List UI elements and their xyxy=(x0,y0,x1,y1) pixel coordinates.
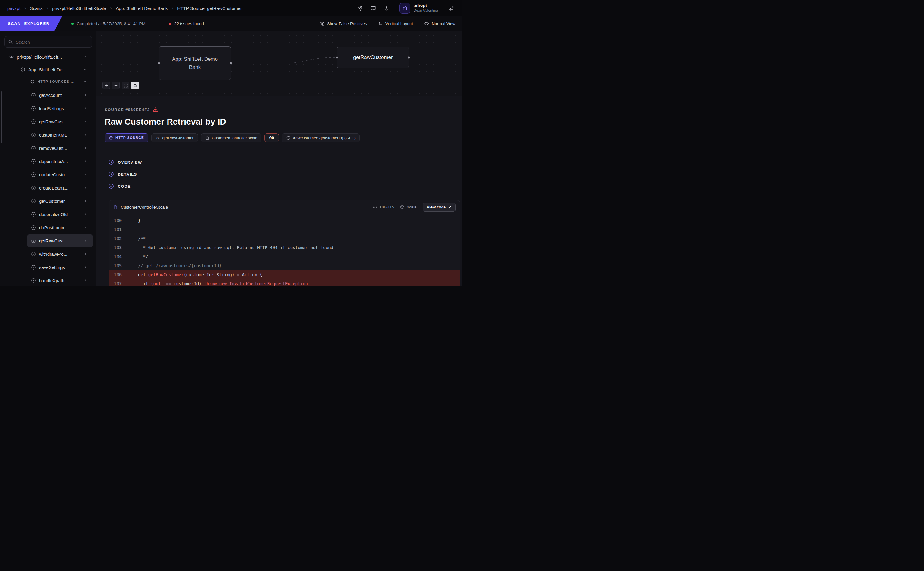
sidebar-item-savesettings[interactable]: saveSettings xyxy=(27,261,93,274)
source-icon xyxy=(31,185,36,190)
success-dot xyxy=(71,23,74,25)
chevron-down-icon xyxy=(83,67,87,72)
breadcrumb-separator: › xyxy=(172,5,174,11)
chevron-right-icon xyxy=(83,133,88,137)
section-details[interactable]: DETAILS xyxy=(109,168,460,180)
breadcrumb-item-privzpt[interactable]: privzpt xyxy=(7,6,20,11)
line-number: 107 xyxy=(109,281,129,286)
sidebar-item-label: getRawCust... xyxy=(39,238,67,243)
chip-90[interactable]: 90 xyxy=(264,133,279,142)
sidebar-scrollbar[interactable] xyxy=(1,91,2,143)
line-range: 106-115 xyxy=(373,205,394,209)
sidebar-item-handlexpath[interactable]: handleXpath xyxy=(27,274,93,286)
graph-node-source[interactable]: getRawCustomer xyxy=(337,46,409,68)
line-number: 104 xyxy=(109,254,129,259)
section-code[interactable]: CODE xyxy=(109,180,460,192)
sidebar-item-createbean1[interactable]: createBean1... xyxy=(27,181,93,194)
breadcrumb-item-app-shiftleft-demo-bank[interactable]: App: ShiftLeft Demo Bank xyxy=(116,6,168,11)
vertical-layout-label: Vertical Layout xyxy=(385,22,413,26)
code-line-100: 100} xyxy=(109,216,460,225)
filter-off-icon xyxy=(319,22,324,26)
source-icon xyxy=(31,133,36,137)
show-false-positives-button[interactable]: Show False Positives xyxy=(319,22,367,26)
line-number: 103 xyxy=(109,245,129,250)
chevron-right-icon xyxy=(83,239,88,243)
chat-icon[interactable] xyxy=(368,3,378,13)
route-icon xyxy=(286,136,291,140)
sidebar-item-depositintoa[interactable]: depositIntoA... xyxy=(27,154,93,168)
sidebar-item-deserializeold[interactable]: deserializeOld xyxy=(27,208,93,221)
sidebar-item-label: getRawCust... xyxy=(39,119,67,124)
chip-getrawcustomer[interactable]: fxgetRawCustomer xyxy=(151,133,198,142)
code-panel: CustomerController.scala 106-115 xyxy=(109,200,460,286)
chevron-right-icon xyxy=(83,106,88,110)
chip-http-source[interactable]: HTTP SOURCE xyxy=(105,133,148,142)
breadcrumb-item-http-source-getrawcustomer[interactable]: HTTP Source: getRawCustomer xyxy=(177,6,242,11)
source-id-row: SOURCE #960EE4F2 xyxy=(105,107,460,112)
sidebar-item-getcustomer[interactable]: getCustomer xyxy=(27,194,93,208)
normal-view-label: Normal View xyxy=(432,22,455,26)
sidebar-item-label: withdrawFro... xyxy=(39,252,67,257)
sidebar-item-loadsettings[interactable]: loadSettings xyxy=(27,102,93,115)
line-content: } xyxy=(129,218,140,223)
target-icon xyxy=(109,136,113,140)
graph-node-app[interactable]: App: ShiftLeft Demo Bank xyxy=(159,46,231,80)
sidebar-group-http-sources[interactable]: HTTP SOURCES ... xyxy=(0,76,96,87)
file-icon xyxy=(113,205,118,209)
scan-bar: SCAN EXPLORER Completed at 5/27/2025, 8:… xyxy=(0,16,462,31)
node-handle[interactable] xyxy=(336,57,338,59)
gear-icon[interactable] xyxy=(381,3,392,13)
breadcrumb-separator: › xyxy=(110,5,112,11)
section-label: CODE xyxy=(118,184,131,188)
zoom-out-button[interactable] xyxy=(112,82,120,90)
chevron-right-circle-icon xyxy=(109,159,114,165)
sidebar-item-updatecusto[interactable]: updateCusto... xyxy=(27,168,93,181)
sidebar-item-getrawcust[interactable]: getRawCust... xyxy=(27,234,93,247)
chevron-right-icon xyxy=(83,252,88,256)
main-content: privzpt/HelloShiftLeft... App: ShiftLeft… xyxy=(0,31,462,286)
privzpt-logo[interactable] xyxy=(399,3,410,14)
code-body: 100}101102/**103 * Get customer using id… xyxy=(109,214,460,286)
sidebar-item-label: getCustomer xyxy=(39,199,65,204)
node-handle[interactable] xyxy=(158,62,160,64)
section-overview[interactable]: OVERVIEW xyxy=(109,156,460,168)
sidebar-item-label: depositIntoA... xyxy=(39,159,68,164)
chip-label: getRawCustomer xyxy=(162,136,194,140)
zoom-in-button[interactable] xyxy=(102,82,110,90)
swap-horizontal-icon[interactable] xyxy=(447,3,457,13)
chip-label: CustomerController.scala xyxy=(212,136,257,140)
sidebar-item-customerxml[interactable]: customerXML xyxy=(27,128,93,141)
code-line-104: 104 */ xyxy=(109,252,460,261)
sidebar-item-label: loadSettings xyxy=(39,106,64,111)
node-handle[interactable] xyxy=(408,57,410,59)
view-code-button[interactable]: View code xyxy=(423,203,456,212)
chevron-down-circle-icon xyxy=(109,184,114,189)
send-icon[interactable] xyxy=(355,3,365,13)
sidebar-item-getaccount[interactable]: getAccount xyxy=(27,88,93,102)
sidebar-item-label: removeCust... xyxy=(39,146,67,151)
normal-view-button[interactable]: Normal View xyxy=(424,21,455,26)
sidebar-source-list: getAccountloadSettingsgetRawCust...custo… xyxy=(0,88,96,286)
sidebar-item-project-root[interactable]: privzpt/HelloShiftLeft... xyxy=(0,51,96,63)
chip-rawcustomers-customerid-get[interactable]: /rawcustomers/{customerId} (GET) xyxy=(282,133,360,142)
breadcrumb-item-privzpt-helloshiftleft-scala[interactable]: privzpt/HelloShiftLeft-Scala xyxy=(52,6,106,11)
user-menu[interactable]: privzpt Dean Valentine xyxy=(414,3,438,13)
sidebar-item-withdrawfro[interactable]: withdrawFro... xyxy=(27,247,93,261)
chip-customercontroller-scala[interactable]: CustomerController.scala xyxy=(201,133,262,142)
language-text: scala xyxy=(407,205,417,209)
source-icon xyxy=(31,159,36,164)
search-box xyxy=(4,36,92,48)
lock-button[interactable] xyxy=(131,82,139,90)
sidebar-item-getrawcust[interactable]: getRawCust... xyxy=(27,115,93,128)
sidebar-item-app[interactable]: App: ShiftLeft De... xyxy=(0,63,96,76)
vertical-layout-button[interactable]: Vertical Layout xyxy=(378,22,413,26)
sidebar-item-removecust[interactable]: removeCust... xyxy=(27,141,93,154)
code-line-101: 101 xyxy=(109,225,460,234)
scan-completed-status: Completed at 5/27/2025, 8:41:41 PM xyxy=(71,22,146,26)
sidebar-item-dopostlogin[interactable]: doPostLogin xyxy=(27,221,93,234)
fit-view-button[interactable] xyxy=(122,82,129,90)
graph-canvas[interactable]: App: ShiftLeft Demo Bank getRawCustomer xyxy=(96,31,462,96)
search-input[interactable] xyxy=(15,39,88,45)
breadcrumb-item-scans[interactable]: Scans xyxy=(30,6,43,11)
node-handle[interactable] xyxy=(230,62,232,64)
